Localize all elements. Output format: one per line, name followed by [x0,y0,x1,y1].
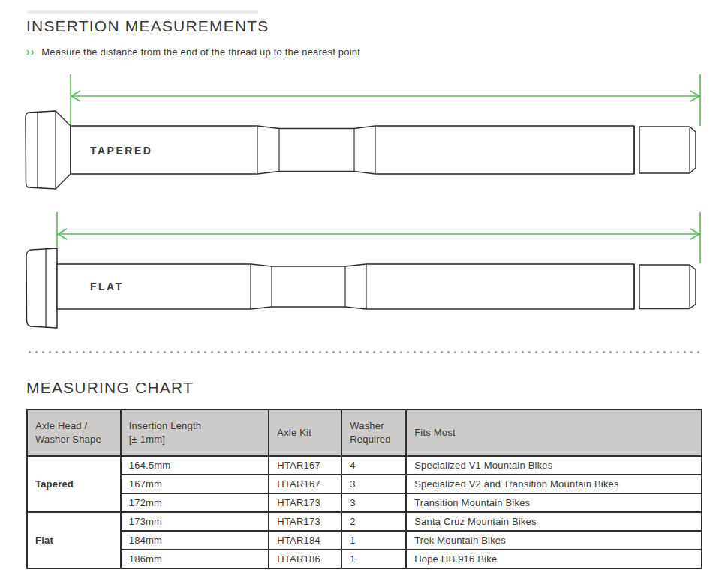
header-line: [± 1mm] [129,433,261,446]
axle-kit-cell: HTAR184 [269,531,341,550]
col-header-fits-most: Fits Most [406,410,702,456]
measuring-chart-table: Axle Head / Washer Shape Insertion Lengt… [26,409,702,569]
col-header-insertion-length: Insertion Length [± 1mm] [121,410,269,456]
header-line: Fits Most [414,426,693,440]
axle-kit-cell: HTAR167 [269,475,341,494]
table-row: 184mm HTAR184 1 Trek Mountain Bikes [27,531,702,550]
table-header-row: Axle Head / Washer Shape Insertion Lengt… [27,410,702,456]
col-header-washer-required: Washer Required [341,410,406,456]
axle-diagrams: TAPERED FLAT [0,0,728,345]
table-row: Flat 173mm HTAR173 2 Santa Cruz Mountain… [27,512,702,531]
tapered-dimension-arrow [71,74,700,126]
header-line: Axle Kit [277,426,333,440]
table-row: 167mm HTAR167 3 Specialized V2 and Trans… [27,475,702,494]
fits-most-cell: Trek Mountain Bikes [406,531,702,550]
axle-kit-cell: HTAR173 [269,494,341,512]
axle-kit-cell: HTAR167 [269,456,341,475]
fits-most-cell: Specialized V1 Mountain Bikes [406,456,702,475]
axle-kit-cell: HTAR173 [269,512,341,531]
header-line: Insertion Length [129,419,261,433]
shape-cell-tapered: Tapered [27,456,121,512]
header-line: Axle Head / [35,419,113,433]
table-row: Tapered 164.5mm HTAR167 4 Specialized V1… [27,456,702,475]
dotted-divider [26,350,702,354]
header-line: Required [350,433,398,446]
fits-most-cell: Specialized V2 and Transition Mountain B… [406,475,702,494]
tapered-axle-drawing: TAPERED [26,111,696,189]
col-header-axle-head-washer-shape: Axle Head / Washer Shape [27,410,121,456]
header-line: Washer Shape [35,433,113,446]
axle-kit-cell: HTAR186 [269,550,341,568]
washer-required-cell: 4 [341,456,406,475]
fits-most-cell: Santa Cruz Mountain Bikes [406,512,702,531]
insertion-measurements-page: INSERTION MEASUREMENTS ›› Measure the di… [0,0,728,582]
fits-most-cell: Transition Mountain Bikes [406,494,702,512]
col-header-axle-kit: Axle Kit [269,410,341,456]
tapered-label: TAPERED [90,145,152,157]
washer-required-cell: 3 [341,494,406,512]
insertion-length-cell: 184mm [121,531,269,550]
shape-cell-flat: Flat [27,512,121,568]
washer-required-cell: 2 [341,512,406,531]
washer-required-cell: 1 [341,550,406,568]
insertion-length-cell: 167mm [121,475,269,494]
insertion-length-cell: 172mm [121,494,269,512]
flat-axle-drawing: FLAT [26,248,696,328]
washer-required-cell: 1 [341,531,406,550]
insertion-length-cell: 164.5mm [121,456,269,475]
measuring-chart-title: MEASURING CHART [26,379,194,397]
table-row: 172mm HTAR173 3 Transition Mountain Bike… [27,494,702,512]
washer-required-cell: 3 [341,475,406,494]
flat-dimension-arrow [57,212,700,263]
table-row: 186mm HTAR186 1 Hope HB.916 Bike [27,550,702,568]
insertion-length-cell: 186mm [121,550,269,568]
fits-most-cell: Hope HB.916 Bike [406,550,702,568]
flat-label: FLAT [90,280,124,292]
header-line: Washer [350,419,398,433]
insertion-length-cell: 173mm [121,512,269,531]
